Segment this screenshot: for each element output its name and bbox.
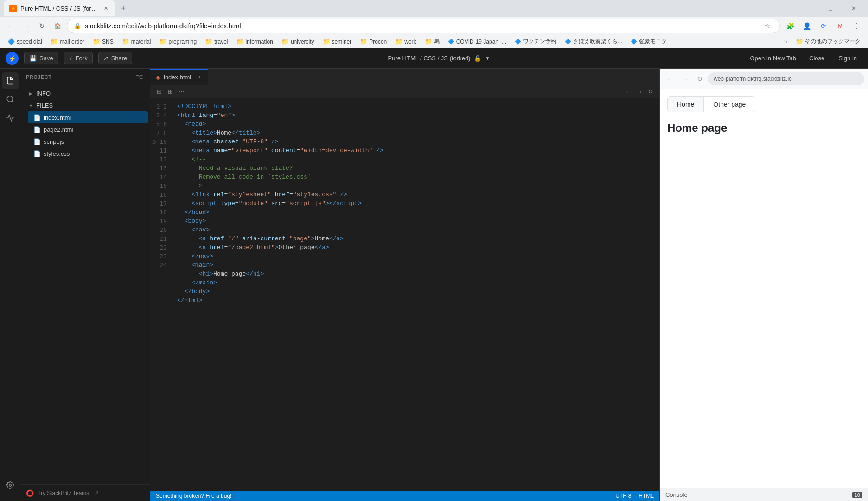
fork-button[interactable]: ⑂ Fork <box>64 52 93 64</box>
address-bar[interactable]: 🔒 stackblitz.com/edit/web-platform-dktfr… <box>67 19 780 33</box>
folder-icon: 📁 <box>796 38 803 45</box>
bookmark-uma[interactable]: 📁 馬 <box>421 36 443 47</box>
info-tree-item[interactable]: ▶ INFO <box>22 87 148 99</box>
html-file-icon: 📄 <box>33 126 41 133</box>
editor-tabs: ◈ index.html ✕ <box>150 69 659 85</box>
sidebar-icon-activity[interactable] <box>2 109 19 126</box>
folder-icon: 📁 <box>205 38 212 45</box>
file-index-label: index.html <box>44 114 71 121</box>
panel-header-icons: ⌥ <box>135 72 144 82</box>
active-tab[interactable]: ⚡ Pure HTML / CSS / JS (forked ✕ <box>4 0 115 16</box>
open-newtab-button[interactable]: Open in New Tab <box>746 52 801 64</box>
forward-button[interactable]: → <box>19 19 32 32</box>
folder-icon: 📁 <box>51 38 58 45</box>
home-button[interactable]: 🏠 <box>51 19 64 32</box>
bookmark-vaccine[interactable]: 🔷 ワクチン予約 <box>511 36 560 47</box>
tab-close-icon[interactable]: ✕ <box>195 74 202 81</box>
gmail-icon[interactable]: M <box>833 19 848 33</box>
try-teams-button[interactable]: ⭕ Try StackBlitz Teams ↗ <box>20 484 150 501</box>
bookmark-kyokan-monitor[interactable]: 🔷 強豪モニタ <box>627 36 670 47</box>
bookmark-saboe[interactable]: 🔷 さぼえ吹奏楽くら... <box>561 36 626 47</box>
profile-icon[interactable]: 👤 <box>799 19 814 33</box>
split-icon[interactable]: ⊞ <box>165 87 175 97</box>
editor-content[interactable]: 1 2 3 4 5 6 7 8 9 10 11 12 13 14 15 16 1… <box>150 98 659 491</box>
bookmark-univercity[interactable]: 📁 univercity <box>278 37 318 46</box>
editor-tab-index-html[interactable]: ◈ index.html ✕ <box>150 69 208 85</box>
signin-button[interactable]: Sign in <box>833 52 862 64</box>
preview-nav-bar: ← → ↻ web-platform-dktfrq.stackblitz.io <box>660 69 868 89</box>
bookmark-work[interactable]: 📁 work <box>391 37 420 46</box>
preview-home-btn[interactable]: Home <box>668 97 704 112</box>
sidebar-icon-settings[interactable] <box>2 477 19 494</box>
back-button[interactable]: ← <box>4 19 17 32</box>
folder-icon: 📁 <box>93 38 100 45</box>
preview-url-bar[interactable]: web-platform-dktfrq.stackblitz.io <box>708 72 864 85</box>
panel-filter-button[interactable]: ⌥ <box>135 72 144 82</box>
share-button[interactable]: ↗ Share <box>98 52 133 64</box>
preview-reload-button[interactable]: ↻ <box>693 72 706 85</box>
svg-point-2 <box>9 484 11 487</box>
preview-forward-button[interactable]: → <box>678 72 691 85</box>
close-label: Close <box>809 55 824 62</box>
preview-back-button[interactable]: ← <box>664 72 677 85</box>
new-tab-button[interactable]: + <box>117 2 130 15</box>
js-file-icon: 📄 <box>33 138 41 145</box>
bookmark-covid[interactable]: 🔷 COVID-19 Japan -... <box>444 37 511 46</box>
status-bar-right: UTF-8 HTML <box>615 493 654 499</box>
bookmark-sns[interactable]: 📁 SNS <box>89 37 117 46</box>
title-text: Pure HTML / CSS / JS (forked) <box>388 55 470 62</box>
sidebar-icon-files[interactable] <box>2 72 19 89</box>
tab-file-icon: ◈ <box>156 74 160 81</box>
console-label[interactable]: Console <box>665 491 688 498</box>
bookmark-seminer[interactable]: 📁 seminer <box>319 37 356 46</box>
save-button[interactable]: 💾 Save <box>24 52 58 64</box>
file-index-html[interactable]: 📄 index.html <box>28 111 148 123</box>
bookmark-label: 強豪モニタ <box>639 38 667 45</box>
view-icon[interactable]: ⊟ <box>154 87 164 97</box>
stackblitz-app: ⚡ 💾 Save ⑂ Fork ↗ Share Pure HTML / CSS … <box>0 48 868 501</box>
file-styles-css[interactable]: 📄 styles.css <box>28 148 148 160</box>
bookmark-speed-dial[interactable]: 🔷 speed dial <box>4 37 46 46</box>
bookmark-mail-order[interactable]: 📁 mail order <box>47 37 88 46</box>
address-actions: ☆ <box>762 20 773 32</box>
menu-icon[interactable]: ⋮ <box>849 19 864 33</box>
refresh-icon[interactable]: ↺ <box>645 87 656 97</box>
preview-other-btn[interactable]: Other page <box>704 97 755 112</box>
bookmark-programing[interactable]: 📁 programing <box>155 37 200 46</box>
bookmark-other[interactable]: 📁 その他のブックマーク <box>792 36 864 47</box>
bookmarks-bar: 🔷 speed dial 📁 mail order 📁 SNS 📁 materi… <box>0 35 868 48</box>
reload-button[interactable]: ↻ <box>35 19 48 32</box>
maximize-button[interactable]: □ <box>820 0 841 17</box>
lock-icon: 🔒 <box>474 55 481 62</box>
sync-icon[interactable]: ⟳ <box>816 19 831 33</box>
tab-close-button[interactable]: ✕ <box>102 5 109 12</box>
status-text: Something broken? File a bug! <box>156 493 231 499</box>
file-page2-label: page2.html <box>44 126 73 133</box>
file-script-js[interactable]: 📄 script.js <box>28 135 148 148</box>
stackblitz-main: PROJECT ⌥ ▶ INFO ▾ FILES <box>0 69 868 501</box>
close-button[interactable]: Close <box>804 52 829 64</box>
preview-content: Home Other page Home page <box>660 89 868 488</box>
extensions-icon[interactable]: 🧩 <box>783 19 798 33</box>
files-tree-item[interactable]: ▾ FILES <box>22 99 148 111</box>
nav-forward-icon[interactable]: → <box>634 87 645 97</box>
minimize-button[interactable]: — <box>797 0 818 17</box>
bookmark-material[interactable]: 📁 material <box>118 37 155 46</box>
code-area[interactable]: <!DOCTYPE html> <html lang="en"> <head> … <box>172 98 659 491</box>
more-icon[interactable]: ⋯ <box>176 87 186 97</box>
file-tree: ▶ INFO ▾ FILES 📄 index.html <box>20 85 150 484</box>
bookmark-procon[interactable]: 📁 Procon <box>356 37 390 46</box>
bookmarks-more-button[interactable]: » <box>780 36 791 47</box>
fork-label: Fork <box>76 55 88 62</box>
close-window-button[interactable]: ✕ <box>843 0 864 17</box>
fork-icon: ⑂ <box>69 55 73 62</box>
sidebar-icon-search[interactable] <box>2 91 19 108</box>
nav-back-icon[interactable]: ← <box>623 87 633 97</box>
bookmark-travel[interactable]: 📁 travel <box>201 37 231 46</box>
bookmark-information[interactable]: 📁 information <box>233 37 277 46</box>
favicon-icon: 🔷 <box>565 39 571 45</box>
bookmark-star-icon[interactable]: ☆ <box>762 20 773 32</box>
stackblitz-logo[interactable]: ⚡ <box>6 52 19 65</box>
file-page2-html[interactable]: 📄 page2.html <box>28 123 148 135</box>
project-title: Pure HTML / CSS / JS (forked) 🔒 ▼ <box>138 55 740 62</box>
